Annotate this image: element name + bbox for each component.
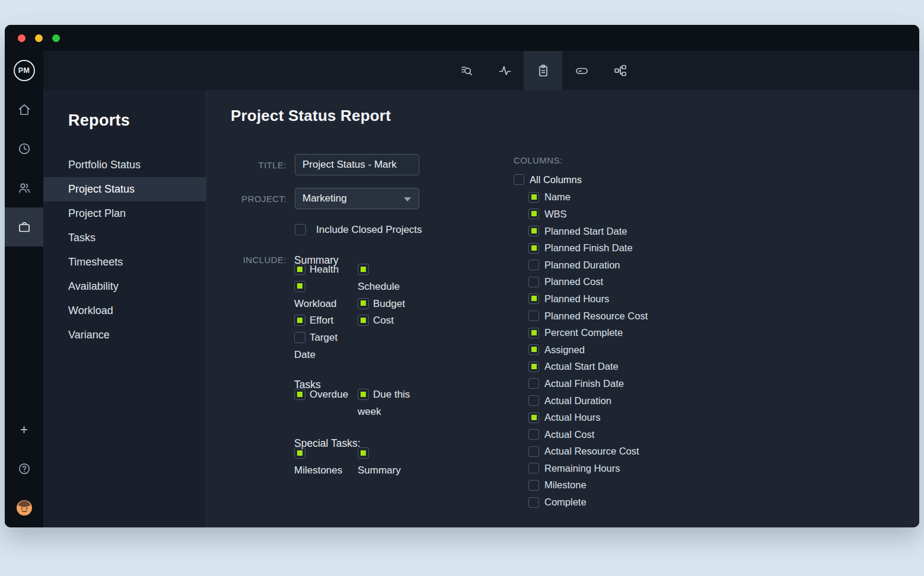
checkbox[interactable]: [528, 361, 539, 372]
zoom-window-button[interactable]: [52, 34, 60, 42]
user-avatar: [16, 500, 33, 516]
checkbox[interactable]: [528, 480, 539, 491]
toolbar-workflow-button[interactable]: [601, 51, 639, 90]
close-window-button[interactable]: [18, 34, 26, 42]
report-item-variance[interactable]: Variance: [43, 323, 206, 347]
column-option-actual-cost[interactable]: Actual Cost: [528, 426, 648, 443]
column-option-complete[interactable]: Complete: [528, 494, 648, 511]
column-option-actual-start-date[interactable]: Actual Start Date: [528, 359, 648, 376]
checkbox[interactable]: [528, 463, 539, 473]
option-health[interactable]: Health: [294, 261, 351, 279]
add-button[interactable]: +: [5, 410, 43, 449]
checkbox[interactable]: [294, 281, 305, 292]
column-option-actual-finish-date[interactable]: Actual Finish Date: [528, 375, 648, 392]
option-workload[interactable]: Workload: [294, 279, 351, 313]
nav-portfolio-button[interactable]: [5, 207, 43, 247]
checkbox[interactable]: [358, 264, 369, 275]
report-item-tasks[interactable]: Tasks: [43, 226, 206, 250]
option-milestones[interactable]: Milestones: [294, 445, 351, 479]
checkbox[interactable]: [295, 224, 306, 235]
column-option-label: Name: [544, 191, 571, 203]
report-item-project-status[interactable]: Project Status: [43, 177, 206, 201]
column-option-percent-complete[interactable]: Percent Complete: [528, 324, 648, 341]
checkbox[interactable]: [528, 226, 539, 236]
checkbox[interactable]: [528, 344, 539, 355]
column-option-remaining-hours[interactable]: Remaining Hours: [528, 460, 648, 477]
column-option-planned-resource-cost[interactable]: Planned Resource Cost: [528, 308, 648, 325]
columns-label: COLUMNS:: [514, 155, 648, 167]
nav-home-button[interactable]: [5, 90, 43, 129]
summary-options-right: ScheduleBudgetCost: [358, 261, 441, 364]
report-item-project-plan[interactable]: Project Plan: [43, 201, 206, 226]
report-item-portfolio-status[interactable]: Portfolio Status: [43, 153, 206, 177]
checkbox[interactable]: [528, 328, 539, 338]
nav-time-button[interactable]: [5, 129, 43, 168]
report-item-workload[interactable]: Workload: [43, 299, 206, 323]
checkbox[interactable]: [528, 293, 539, 304]
column-option-label: WBS: [544, 209, 567, 220]
checkbox-check: [531, 211, 537, 216]
special-options-right: Summary: [358, 445, 441, 479]
minimize-window-button[interactable]: [35, 34, 43, 42]
option-cost[interactable]: Cost: [358, 312, 441, 329]
checkbox[interactable]: [528, 192, 539, 203]
option-due-this-week[interactable]: Due thisweek: [358, 386, 441, 421]
checkbox[interactable]: [294, 389, 305, 400]
pm-logo[interactable]: PM: [14, 60, 35, 81]
checkbox[interactable]: [528, 412, 539, 423]
column-option-planned-hours[interactable]: Planned Hours: [528, 290, 648, 308]
checkbox[interactable]: [528, 277, 539, 287]
checkbox[interactable]: [528, 429, 539, 440]
toolbar-activity-button[interactable]: [485, 51, 524, 90]
column-option-all-columns[interactable]: All Columns: [514, 171, 648, 188]
report-item-timesheets[interactable]: Timesheets: [43, 250, 206, 274]
column-option-planned-cost[interactable]: Planned Cost: [528, 274, 648, 291]
checkbox[interactable]: [528, 446, 539, 457]
report-title-input[interactable]: [295, 154, 419, 175]
column-option-planned-start-date[interactable]: Planned Start Date: [528, 223, 648, 240]
option-summary[interactable]: Summary: [358, 445, 441, 479]
checkbox[interactable]: [294, 332, 305, 343]
column-option-actual-duration[interactable]: Actual Duration: [528, 392, 648, 409]
checkbox[interactable]: [528, 395, 539, 406]
column-option-actual-resource-cost[interactable]: Actual Resource Cost: [528, 443, 648, 460]
checkbox[interactable]: [294, 264, 305, 275]
help-button[interactable]: [5, 449, 43, 488]
column-option-milestone[interactable]: Milestone: [528, 477, 648, 494]
toolbar-card-button[interactable]: [562, 51, 601, 90]
project-label: PROJECT:: [206, 194, 295, 204]
toolbar-search-button[interactable]: [447, 51, 485, 90]
column-option-planned-duration[interactable]: Planned Duration: [528, 257, 648, 274]
option-schedule[interactable]: Schedule: [358, 261, 441, 296]
column-option-actual-hours[interactable]: Actual Hours: [528, 409, 648, 426]
option-target-date[interactable]: TargetDate: [294, 329, 351, 364]
checkbox[interactable]: [358, 315, 369, 326]
nav-team-button[interactable]: [5, 168, 43, 207]
option-overdue[interactable]: Overdue: [294, 386, 351, 404]
checkbox[interactable]: [528, 497, 539, 508]
checkbox[interactable]: [358, 447, 369, 459]
checkbox[interactable]: [528, 243, 539, 254]
option-effort[interactable]: Effort: [294, 312, 351, 329]
checkbox[interactable]: [528, 378, 539, 389]
column-option-name[interactable]: Name: [528, 189, 648, 206]
project-select[interactable]: Marketing: [295, 188, 419, 209]
column-option-wbs[interactable]: WBS: [528, 206, 648, 223]
checkbox[interactable]: [528, 311, 539, 321]
checkbox[interactable]: [514, 174, 524, 185]
report-item-availability[interactable]: Availability: [43, 274, 206, 299]
column-option-assigned[interactable]: Assigned: [528, 341, 648, 359]
include-closed-projects-option[interactable]: Include Closed Projects: [295, 224, 422, 236]
checkbox[interactable]: [528, 209, 539, 219]
option-label: Effort: [310, 315, 333, 326]
option-budget[interactable]: Budget: [358, 296, 441, 313]
header-toolbar: [447, 51, 639, 90]
checkbox[interactable]: [528, 260, 539, 270]
checkbox[interactable]: [358, 298, 369, 309]
checkbox[interactable]: [358, 389, 369, 400]
toolbar-reports-button[interactable]: [524, 51, 562, 90]
checkbox[interactable]: [294, 315, 305, 326]
column-option-planned-finish-date[interactable]: Planned Finish Date: [528, 239, 648, 257]
user-menu-button[interactable]: [5, 488, 43, 527]
checkbox[interactable]: [294, 447, 305, 459]
